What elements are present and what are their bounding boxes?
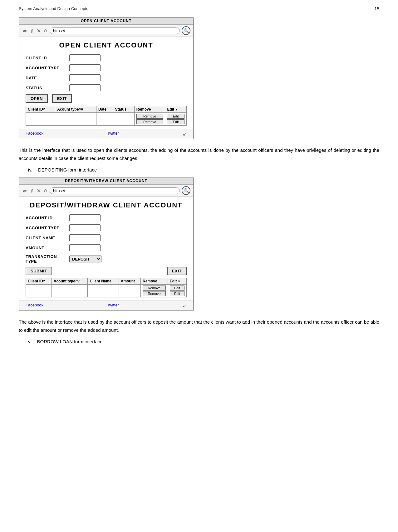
account-type-input2[interactable] bbox=[69, 224, 101, 231]
col-date: Date bbox=[96, 106, 113, 113]
section-iv-num: iv. bbox=[28, 167, 32, 172]
col2-amount: Amount bbox=[119, 278, 140, 285]
edit-group: Edit Edit bbox=[167, 114, 184, 124]
back-button2[interactable]: ⇦ bbox=[22, 188, 27, 194]
client-id-input[interactable] bbox=[69, 54, 101, 61]
edit-dropdown-header[interactable]: Edit ▼ bbox=[167, 107, 184, 112]
browser2-titlebar: DEPOSIT/WITHDRAW CLIENT ACCOUNT bbox=[19, 177, 193, 185]
browser1-footer: Facebook Twitter ↙ bbox=[19, 129, 193, 139]
form1-title: OPEN CLIENT ACCOUNT bbox=[26, 41, 187, 49]
cell2-remove: Remove Remove bbox=[141, 285, 168, 297]
client-name-label: CLIENT NAME bbox=[26, 236, 69, 240]
remove2-button1[interactable]: Remove bbox=[143, 286, 166, 291]
browser2-footer: Facebook Twitter ↙ bbox=[19, 301, 193, 311]
edit-button1[interactable]: Edit bbox=[167, 114, 184, 119]
remove-button2[interactable]: Remove bbox=[136, 119, 163, 124]
col-client-id: Client ID^ bbox=[26, 106, 55, 113]
client-id-row: CLIENT ID bbox=[26, 54, 187, 61]
account-id-label: ACCOUNT ID bbox=[26, 216, 69, 220]
browser1-table: Client ID^ Acount type^v Date Status Rem… bbox=[26, 106, 187, 126]
account-type-input[interactable] bbox=[69, 64, 101, 71]
resize-handle1: ↙ bbox=[183, 131, 187, 137]
transaction-type-select[interactable]: DEPOSIT WITHDRAW bbox=[69, 256, 101, 262]
twitter-link2[interactable]: Twitter bbox=[107, 303, 119, 309]
client-name-row: CLIENT NAME bbox=[26, 234, 187, 241]
remove-button1[interactable]: Remove bbox=[136, 114, 163, 119]
account-id-input[interactable] bbox=[69, 214, 101, 221]
section-v-num: v. bbox=[28, 339, 32, 344]
remove2-group: Remove Remove bbox=[143, 286, 166, 296]
edit2-group: Edit Edit bbox=[170, 286, 184, 296]
amount-input[interactable] bbox=[69, 244, 101, 251]
paragraph1: This is the interface that is used to op… bbox=[19, 146, 379, 162]
paragraph2: The above is the interface that is used … bbox=[19, 318, 379, 334]
status-label: STATUS bbox=[26, 86, 69, 90]
edit2-button2[interactable]: Edit bbox=[170, 291, 184, 296]
edit2-label: Edit bbox=[170, 279, 177, 283]
edit2-dropdown-header[interactable]: Edit ▼ bbox=[170, 279, 184, 283]
facebook-link1[interactable]: Facebook bbox=[26, 131, 43, 137]
cell2-amount bbox=[119, 285, 140, 297]
cell-edit: Edit Edit bbox=[165, 113, 187, 126]
cell2-account-type bbox=[52, 285, 88, 297]
client-name-input[interactable] bbox=[69, 234, 101, 241]
table2-row: Remove Remove Edit Edit bbox=[26, 285, 187, 297]
account-id-row: ACCOUNT ID bbox=[26, 214, 187, 221]
date-input[interactable] bbox=[69, 74, 101, 81]
open-button[interactable]: OPEN bbox=[26, 94, 48, 103]
cell-account-type bbox=[55, 113, 96, 126]
account-type-label2: ACCOUNT TYPE bbox=[26, 226, 69, 230]
forward-button2[interactable]: ⇧ bbox=[29, 188, 34, 194]
form1-buttons: OPEN EXIT bbox=[26, 94, 187, 103]
col2-client-name: Client Name bbox=[88, 278, 119, 285]
browser1-titlebar: OPEN CLIENT ACCOUNT bbox=[19, 17, 193, 25]
url-bar1[interactable] bbox=[50, 27, 180, 34]
remove-group: Remove Remove bbox=[136, 114, 163, 124]
stop-button[interactable]: ✕ bbox=[36, 28, 42, 34]
browser2: DEPOSIT/WITHDRAW CLIENT ACCOUNT ⇦ ⇧ ✕ ⌂ … bbox=[19, 177, 194, 311]
browser2-table: Client ID^ Acount type^v Client Name Amo… bbox=[26, 278, 187, 297]
twitter-link1[interactable]: Twitter bbox=[107, 131, 119, 137]
resize-handle2: ↙ bbox=[183, 303, 187, 309]
transaction-type-label: TRANSACTION TYPE bbox=[26, 254, 69, 264]
home-button2[interactable]: ⌂ bbox=[43, 188, 48, 193]
section-iv-label: iv. DEPOSITING form interface bbox=[28, 167, 379, 172]
search-button1[interactable]: 🔍 bbox=[182, 26, 190, 35]
transaction-type-row: TRANSACTION TYPE DEPOSIT WITHDRAW bbox=[26, 254, 187, 264]
exit-button2[interactable]: EXIT bbox=[167, 267, 187, 275]
col-status: Status bbox=[113, 106, 134, 113]
dropdown-arrow2-icon: ▼ bbox=[177, 280, 180, 283]
cell2-client-name bbox=[88, 285, 119, 297]
home-button[interactable]: ⌂ bbox=[43, 28, 48, 33]
browser1-content: OPEN CLIENT ACCOUNT CLIENT ID ACCOUNT TY… bbox=[19, 37, 193, 129]
browser1-navbar: ⇦ ⇧ ✕ ⌂ 🔍 bbox=[19, 25, 193, 37]
browser1: OPEN CLIENT ACCOUNT ⇦ ⇧ ✕ ⌂ 🔍 OPEN CLIEN… bbox=[19, 17, 194, 139]
amount-row: AMOUNT bbox=[26, 244, 187, 251]
stop-button2[interactable]: ✕ bbox=[36, 188, 42, 194]
facebook-link2[interactable]: Facebook bbox=[26, 303, 43, 309]
col2-client-id: Client ID^ bbox=[26, 278, 52, 285]
edit-button2[interactable]: Edit bbox=[167, 119, 184, 124]
exit-button1[interactable]: EXIT bbox=[52, 94, 72, 103]
url-bar2[interactable] bbox=[50, 187, 180, 194]
forward-button[interactable]: ⇧ bbox=[29, 28, 34, 34]
col2-remove: Remove bbox=[141, 278, 168, 285]
client-id-label: CLIENT ID bbox=[26, 56, 69, 60]
cell2-edit: Edit Edit bbox=[168, 285, 186, 297]
browser2-navbar: ⇦ ⇧ ✕ ⌂ 🔍 bbox=[19, 185, 193, 197]
col-edit: Edit ▼ bbox=[165, 106, 187, 113]
search-button2[interactable]: 🔍 bbox=[182, 186, 190, 195]
section-v-label: v. BORROW LOAN form interface bbox=[28, 339, 379, 344]
status-input[interactable] bbox=[69, 84, 101, 91]
dropdown-arrow-icon: ▼ bbox=[175, 108, 178, 111]
edit2-button1[interactable]: Edit bbox=[170, 286, 184, 291]
remove2-button2[interactable]: Remove bbox=[143, 291, 166, 296]
form2-title: DEPOSIT/WITHDRAW CLIENT ACCOUNT bbox=[26, 201, 187, 209]
submit-button[interactable]: SUBMIT bbox=[26, 267, 52, 275]
cell-date bbox=[96, 113, 113, 126]
table-header-row: Client ID^ Acount type^v Date Status Rem… bbox=[26, 106, 187, 113]
back-button[interactable]: ⇦ bbox=[22, 28, 27, 34]
table2-header-row: Client ID^ Acount type^v Client Name Amo… bbox=[26, 278, 187, 285]
cell-remove: Remove Remove bbox=[134, 113, 165, 126]
transaction-select-group: DEPOSIT WITHDRAW bbox=[69, 256, 101, 262]
